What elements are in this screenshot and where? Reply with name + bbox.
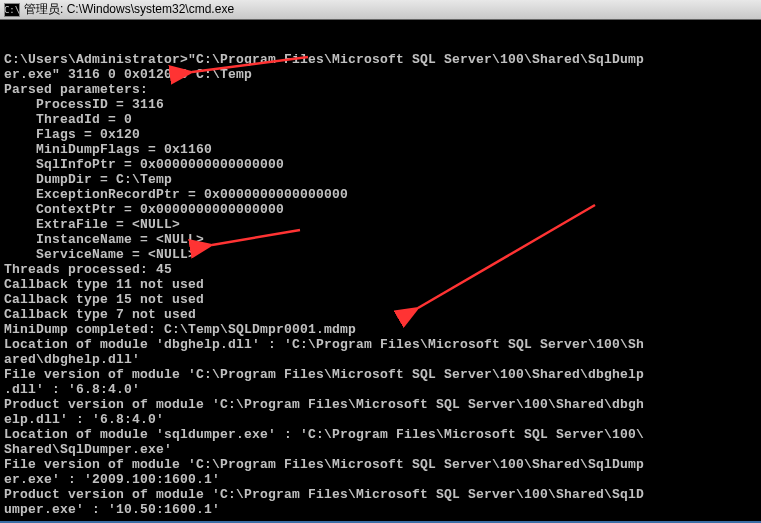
console-line: ExceptionRecordPtr = 0x0000000000000000	[4, 187, 348, 202]
console-line: C:\Users\Administrator>"C:\Program Files…	[4, 52, 644, 67]
console-line: ThreadId = 0	[4, 112, 132, 127]
console-line: File version of module 'C:\Program Files…	[4, 367, 644, 382]
console-line: Callback type 11 not used	[4, 277, 204, 292]
console-line: Product version of module 'C:\Program Fi…	[4, 397, 644, 412]
console-line: elp.dll' : '6.8:4.0'	[4, 412, 164, 427]
console-output[interactable]: C:\Users\Administrator>"C:\Program Files…	[0, 20, 761, 519]
console-line: Threads processed: 45	[4, 262, 172, 277]
console-line: Flags = 0x120	[4, 127, 140, 142]
window-title: 管理员: C:\Windows\system32\cmd.exe	[24, 1, 234, 18]
console-line: er.exe' : '2009.100:1600.1'	[4, 472, 220, 487]
console-line: Product version of module 'C:\Program Fi…	[4, 487, 644, 502]
console-line: ProcessID = 3116	[4, 97, 164, 112]
console-line: Location of module 'sqldumper.exe' : 'C:…	[4, 427, 644, 442]
console-line: ServiceName = <NULL>	[4, 247, 196, 262]
cmd-icon: C:\	[4, 3, 20, 17]
console-line: Parsed parameters:	[4, 82, 148, 97]
console-line: MiniDump completed: C:\Temp\SQLDmpr0001.…	[4, 322, 356, 337]
console-line: er.exe" 3116 0 0x0120 0 C:\Temp	[4, 67, 252, 82]
console-line: .dll' : '6.8:4.0'	[4, 382, 140, 397]
console-line: Location of module 'dbghelp.dll' : 'C:\P…	[4, 337, 644, 352]
console-line: InstanceName = <NULL>	[4, 232, 204, 247]
console-line: SqlInfoPtr = 0x0000000000000000	[4, 157, 284, 172]
console-line: umper.exe' : '10.50:1600.1'	[4, 502, 220, 517]
console-line: ContextPtr = 0x0000000000000000	[4, 202, 284, 217]
console-line: Shared\SqlDumper.exe'	[4, 442, 172, 457]
cmd-icon-text: C:\	[4, 5, 20, 15]
console-line: DumpDir = C:\Temp	[4, 172, 172, 187]
console-line: Callback type 7 not used	[4, 307, 196, 322]
console-line: ExtraFile = <NULL>	[4, 217, 180, 232]
console-line: MiniDumpFlags = 0x1160	[4, 142, 212, 157]
console-line: File version of module 'C:\Program Files…	[4, 457, 644, 472]
console-line: ared\dbghelp.dll'	[4, 352, 140, 367]
console-line: Callback type 15 not used	[4, 292, 204, 307]
titlebar[interactable]: C:\ 管理员: C:\Windows\system32\cmd.exe	[0, 0, 761, 20]
